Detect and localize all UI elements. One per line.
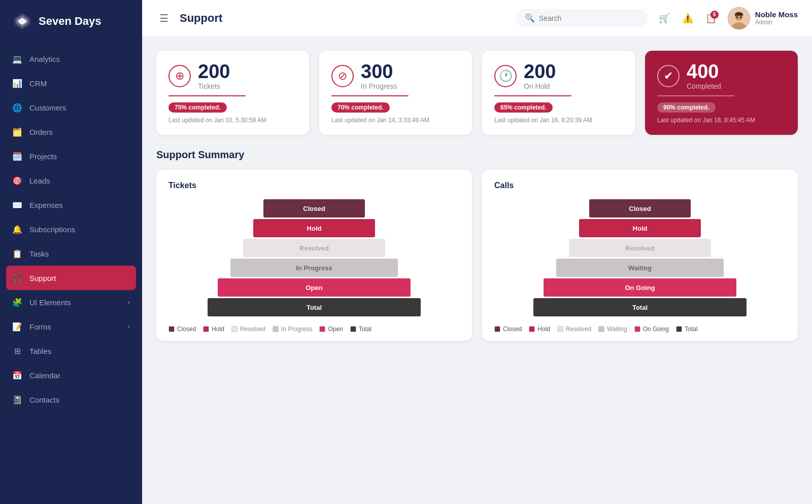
charts-row: TicketsClosedHoldResolvedIn ProgressOpen… xyxy=(156,170,798,341)
legend-dot xyxy=(598,326,604,332)
sidebar-item-label: Orders xyxy=(29,128,53,136)
legend-item-total: Total xyxy=(676,326,697,333)
pyramid-layer-total: Total xyxy=(533,298,747,316)
legend-dot xyxy=(203,326,209,332)
legend-dot xyxy=(319,326,325,332)
pyramid-chart: ClosedHoldResolvedWaitingOn GoingTotal xyxy=(494,199,786,316)
stat-text: 300 In Progress xyxy=(361,62,397,90)
chart-legend: Closed Hold Resolved In Progress Open To… xyxy=(168,326,460,333)
user-details: Noble Moss Admin xyxy=(755,10,798,26)
menu-toggle-button[interactable]: ☰ xyxy=(156,9,172,27)
legend-dot xyxy=(494,326,500,332)
stat-number: 300 xyxy=(361,62,397,81)
page-title: Support xyxy=(180,12,222,25)
logo[interactable]: Seven Days xyxy=(0,0,142,43)
sidebar-item-forms[interactable]: 📝 Forms › xyxy=(0,314,142,339)
legend-label: Hold xyxy=(212,326,224,333)
stat-icon: ✔ xyxy=(657,65,680,87)
chevron-icon: › xyxy=(128,323,130,330)
legend-item-open: Open xyxy=(319,326,343,333)
sidebar-nav: 💻 Analytics 📊 CRM 🌐 Customers 🗂️ Orders … xyxy=(0,43,142,504)
stat-number: 400 xyxy=(687,62,721,81)
app-name: Seven Days xyxy=(39,15,101,28)
tables-icon: ⊞ xyxy=(12,346,22,356)
notifications-button[interactable]: 📋 6 xyxy=(702,10,720,27)
pyramid-layer-in-progress: In Progress xyxy=(230,259,398,277)
crm-icon: 📊 xyxy=(12,78,22,88)
sidebar-item-customers[interactable]: 🌐 Customers xyxy=(0,95,142,120)
contacts-icon: 📓 xyxy=(12,394,22,405)
sidebar-item-calendar[interactable]: 📅 Calendar xyxy=(0,363,142,387)
support-icon: 🎧 xyxy=(12,273,22,283)
stat-icon: 🕐 xyxy=(494,65,517,87)
stat-updated: Last updated on Jan 10, 5:30:59 AM xyxy=(168,117,297,124)
analytics-icon: 💻 xyxy=(12,54,22,64)
legend-item-hold: Hold xyxy=(529,326,550,333)
stat-label: In Progress xyxy=(361,82,397,90)
stat-header: ⊕ 200 Tickets xyxy=(168,62,297,90)
chevron-icon: › xyxy=(128,299,130,306)
subscriptions-icon: 🔔 xyxy=(12,224,22,234)
alert-button[interactable]: ⚠️ xyxy=(679,10,696,27)
chart-card-calls: CallsClosedHoldResolvedWaitingOn GoingTo… xyxy=(482,170,798,341)
cart-button[interactable]: 🛒 xyxy=(656,10,673,27)
expenses-icon: ✉️ xyxy=(12,200,22,210)
pyramid-layer-hold: Hold xyxy=(253,219,375,237)
chart-legend: Closed Hold Resolved Waiting On Going To… xyxy=(494,326,786,333)
stat-divider xyxy=(657,95,734,96)
legend-label: Waiting xyxy=(607,326,627,333)
search-icon: 🔍 xyxy=(525,13,535,23)
sidebar-item-subscriptions[interactable]: 🔔 Subscriptions xyxy=(0,217,142,241)
pyramid-layer-open: Open xyxy=(218,278,411,297)
stat-header: ✔ 400 Completed xyxy=(657,62,786,90)
pyramid-layer-waiting: Waiting xyxy=(556,259,724,277)
sidebar-item-ui-elements[interactable]: 🧩 UI Elements › xyxy=(0,290,142,314)
legend-label: Resolved xyxy=(566,326,591,333)
legend-item-resolved: Resolved xyxy=(231,326,265,333)
calendar-icon: 📅 xyxy=(12,370,22,380)
sidebar-item-crm[interactable]: 📊 CRM xyxy=(0,71,142,95)
stat-badge: 75% completed. xyxy=(168,102,227,113)
sidebar-item-tables[interactable]: ⊞ Tables xyxy=(0,339,142,363)
sidebar-item-orders[interactable]: 🗂️ Orders xyxy=(0,120,142,144)
sidebar-item-label: Projects xyxy=(29,152,57,161)
svg-point-7 xyxy=(740,16,741,18)
legend-label: Resolved xyxy=(240,326,265,333)
search-input[interactable] xyxy=(539,14,638,22)
logo-icon xyxy=(12,11,32,31)
notification-badge: 6 xyxy=(710,11,719,19)
stat-text: 200 On Hold xyxy=(524,62,556,90)
sidebar-item-label: Analytics xyxy=(29,55,60,63)
leads-icon: 🎯 xyxy=(12,175,22,186)
sidebar-item-label: Forms xyxy=(29,322,51,331)
header: ☰ Support 🔍 🛒 ⚠️ 📋 6 xyxy=(142,0,812,37)
main-area: ☰ Support 🔍 🛒 ⚠️ 📋 6 xyxy=(142,0,812,504)
stat-label: Tickets xyxy=(198,82,230,90)
sidebar-item-support[interactable]: 🎧 Support xyxy=(6,266,136,290)
stat-label: Completed xyxy=(687,82,721,90)
sidebar-item-leads[interactable]: 🎯 Leads xyxy=(0,168,142,193)
sidebar-item-expenses[interactable]: ✉️ Expenses xyxy=(0,193,142,217)
stats-row: ⊕ 200 Tickets 75% completed. Last update… xyxy=(156,51,798,135)
legend-label: On Going xyxy=(643,326,669,333)
pyramid-layer-total: Total xyxy=(208,298,421,316)
legend-dot xyxy=(529,326,535,332)
sidebar-item-contacts[interactable]: 📓 Contacts xyxy=(0,387,142,412)
pyramid-layer-closed: Closed xyxy=(589,199,691,218)
legend-label: Hold xyxy=(537,326,550,333)
sidebar-item-projects[interactable]: 🗓️ Projects xyxy=(0,144,142,168)
sidebar-item-label: Leads xyxy=(29,176,50,185)
stat-text: 400 Completed xyxy=(687,62,721,90)
sidebar-item-tasks[interactable]: 📋 Tasks xyxy=(0,241,142,266)
stat-header: ⊘ 300 In Progress xyxy=(331,62,460,90)
stat-badge: 65% completed. xyxy=(494,102,553,113)
user-info[interactable]: Noble Moss Admin xyxy=(728,7,798,29)
legend-dot xyxy=(273,326,279,332)
orders-icon: 🗂️ xyxy=(12,127,22,137)
avatar xyxy=(728,7,750,29)
legend-label: Total xyxy=(359,326,371,333)
sidebar-item-analytics[interactable]: 💻 Analytics xyxy=(0,47,142,71)
stat-icon: ⊘ xyxy=(331,65,354,87)
legend-item-closed: Closed xyxy=(168,326,196,333)
legend-item-total: Total xyxy=(350,326,371,333)
